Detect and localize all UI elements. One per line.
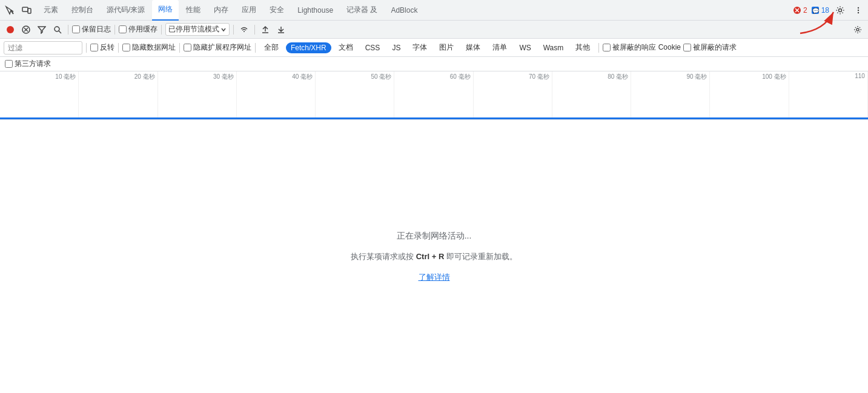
reverse-input[interactable]: [90, 44, 98, 51]
third-party-checkbox[interactable]: 第三方请求: [5, 59, 51, 69]
warning-count: 18: [821, 6, 829, 15]
reverse-checkbox[interactable]: 反转: [90, 42, 114, 53]
filter-sep-1: [86, 43, 87, 53]
timeline-col-7: 80 毫秒: [552, 71, 631, 119]
import-icon[interactable]: [259, 23, 272, 36]
filter-css-btn[interactable]: CSS: [360, 42, 385, 53]
filter-all-btn[interactable]: 全部: [259, 41, 283, 54]
learn-more-link[interactable]: 了解详情: [419, 272, 450, 283]
filter-font-btn[interactable]: 字体: [408, 41, 432, 54]
filter-ws-btn[interactable]: WS: [514, 42, 535, 53]
clear-icon[interactable]: [19, 23, 33, 36]
record-stop-icon[interactable]: [4, 23, 17, 36]
top-nav: 元素 控制台 源代码/来源 网络 性能 内存 应用 安全 Lighthouse …: [0, 0, 868, 21]
timeline-col-6: 70 毫秒: [474, 71, 552, 119]
blocked-cookie-input[interactable]: [603, 44, 611, 51]
third-party-input[interactable]: [5, 60, 13, 68]
timeline-label-6: 70 毫秒: [529, 73, 549, 81]
svg-point-11: [858, 12, 859, 13]
toolbar-sep-2: [114, 25, 115, 35]
timeline-label-2: 30 毫秒: [213, 73, 234, 81]
tab-adblock[interactable]: AdBlock: [385, 0, 423, 21]
devtools-pointer-icon[interactable]: [2, 3, 17, 18]
timeline-col-9: 100 毫秒: [710, 71, 789, 119]
filter-img-btn[interactable]: 图片: [434, 41, 459, 54]
filter-input[interactable]: [4, 41, 82, 54]
tab-network[interactable]: 网络: [152, 0, 179, 21]
network-settings-icon[interactable]: [851, 23, 864, 36]
timeline-label-10: 110: [855, 73, 865, 79]
recording-text: 正在录制网络活动...: [397, 231, 472, 242]
hide-extension-input[interactable]: [184, 44, 191, 51]
svg-line-17: [59, 31, 61, 33]
filter-wasm-btn[interactable]: Wasm: [538, 42, 569, 53]
timeline-col-8: 90 毫秒: [631, 71, 710, 119]
filter-sep-2: [118, 43, 119, 53]
svg-point-12: [7, 26, 14, 33]
tab-lighthouse[interactable]: Lighthouse: [291, 0, 339, 21]
toolbar-sep-5: [254, 25, 255, 35]
timeline-col-1: 20 毫秒: [79, 71, 157, 119]
disable-cache-label: 停用缓存: [128, 24, 157, 35]
svg-point-18: [856, 28, 859, 31]
more-icon[interactable]: [851, 3, 866, 18]
settings-icon[interactable]: [833, 3, 847, 18]
svg-rect-2: [28, 8, 31, 13]
blocked-request-input[interactable]: [683, 44, 691, 51]
export-icon[interactable]: [274, 23, 288, 36]
device-toggle-icon[interactable]: [19, 3, 34, 18]
hide-data-checkbox[interactable]: 隐藏数据网址: [122, 42, 176, 53]
reverse-label: 反转: [100, 42, 114, 53]
timeline-label-8: 90 毫秒: [686, 73, 707, 81]
filter-other-btn[interactable]: 其他: [571, 41, 595, 54]
wifi-icon[interactable]: [237, 23, 251, 36]
tab-performance[interactable]: 性能: [180, 0, 207, 21]
blocked-cookie-label: 被屏蔽的响应 Cookie: [612, 42, 681, 53]
timeline-col-5: 60 毫秒: [394, 71, 473, 119]
keep-log-input[interactable]: [72, 25, 80, 33]
svg-rect-1: [22, 7, 28, 12]
filter-doc-btn[interactable]: 文档: [334, 41, 358, 54]
toolbar-sep-3: [161, 25, 162, 35]
disable-cache-input[interactable]: [119, 25, 127, 33]
error-count: 2: [803, 6, 807, 15]
timeline-col-0: 10 毫秒: [0, 71, 79, 119]
blocked-request-label: 被屏蔽的请求: [693, 42, 737, 53]
hide-extension-label: 隐藏扩展程序网址: [193, 42, 251, 53]
keep-log-label: 保留日志: [82, 24, 111, 35]
timeline-progress-bar: [0, 117, 868, 119]
keep-log-checkbox[interactable]: 保留日志: [72, 24, 111, 35]
throttle-dropdown[interactable]: 已停用节流模式: [165, 23, 230, 36]
blocked-cookie-checkbox[interactable]: 被屏蔽的响应 Cookie: [603, 42, 681, 53]
nav-right-section: 2 💬 18: [793, 3, 866, 18]
tab-recorder[interactable]: 记录器 及: [340, 0, 383, 21]
hide-data-input[interactable]: [122, 44, 130, 51]
search-icon[interactable]: [51, 23, 64, 36]
hint-text: 执行某项请求或按 Ctrl + R 即可记录重新加载。: [351, 251, 517, 262]
tab-application[interactable]: 应用: [236, 0, 262, 21]
filter-fetch-xhr-btn[interactable]: Fetch/XHR: [286, 42, 331, 53]
hide-extension-checkbox[interactable]: 隐藏扩展程序网址: [184, 42, 251, 53]
filter-manifest-btn[interactable]: 清单: [488, 41, 512, 54]
tab-memory[interactable]: 内存: [208, 0, 234, 21]
tab-sources[interactable]: 源代码/来源: [101, 0, 151, 21]
disable-cache-checkbox[interactable]: 停用缓存: [119, 24, 157, 35]
filter-js-btn[interactable]: JS: [387, 42, 405, 53]
timeline-label-5: 60 毫秒: [450, 73, 471, 81]
timeline-col-10: 110: [789, 71, 868, 119]
tab-console[interactable]: 控制台: [65, 0, 99, 21]
tab-security[interactable]: 安全: [263, 0, 290, 21]
svg-point-9: [858, 7, 859, 8]
timeline-col-3: 40 毫秒: [237, 71, 316, 119]
error-badge[interactable]: 2: [793, 6, 807, 15]
filter-icon[interactable]: [35, 23, 48, 36]
blocked-request-checkbox[interactable]: 被屏蔽的请求: [683, 42, 737, 53]
tab-elements[interactable]: 元素: [38, 0, 64, 21]
filter-media-btn[interactable]: 媒体: [461, 41, 485, 54]
warning-badge[interactable]: 💬 18: [811, 6, 829, 15]
timeline-grid: 10 毫秒 20 毫秒 30 毫秒 40 毫秒 50 毫秒 60 毫秒 70 毫…: [0, 71, 868, 119]
filter-row: 反转 隐藏数据网址 隐藏扩展程序网址 全部 Fetch/XHR 文档 CSS J…: [0, 39, 868, 57]
filter-sep-3: [179, 43, 180, 53]
timeline-label-0: 10 毫秒: [55, 73, 76, 81]
hide-data-label: 隐藏数据网址: [132, 42, 176, 53]
